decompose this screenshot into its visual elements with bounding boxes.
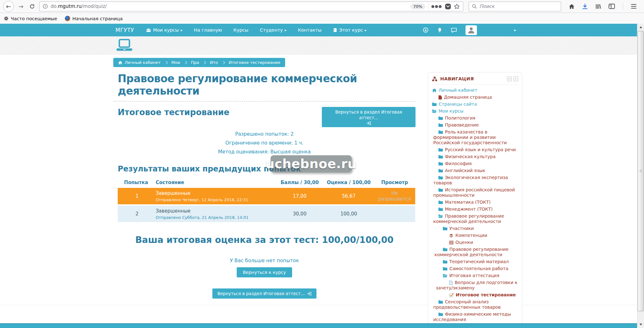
attempt-number-cell: 1 <box>118 188 154 204</box>
folder-icon <box>432 102 437 106</box>
sidebar-item-5[interactable]: Политология <box>432 114 518 121</box>
sidebar-item-17[interactable]: Участники <box>432 225 518 232</box>
avatar[interactable] <box>466 25 477 35</box>
nav-item-2[interactable]: На главную <box>194 28 222 33</box>
sidebar-item-label: Вопросы для подготовки к зачету/экзамену <box>436 280 517 290</box>
sidebar-item-24[interactable]: Вопросы для подготовки к зачету/экзамену <box>432 279 518 291</box>
search-placeholder: Поиск <box>479 3 495 9</box>
nav-item-3[interactable]: Курсы <box>234 28 249 33</box>
info-icon[interactable] <box>43 4 48 9</box>
bookmark-star-icon[interactable] <box>454 3 460 9</box>
sitemap-icon <box>432 77 437 81</box>
nav-item-6[interactable]: Этот курс▸ <box>333 28 367 33</box>
back-to-course-button[interactable]: Вернуться к курсу <box>237 267 292 277</box>
sidebar-item-label: Мои курсы <box>439 108 464 114</box>
sidebar-item-25[interactable]: Итоговое тестирование <box>432 291 518 298</box>
block-collapse-button[interactable]: − <box>507 77 512 81</box>
return-to-section-button-bottom[interactable]: Вернуться в раздел Итоговая аттест... <box>212 288 316 299</box>
bookmark-home-page[interactable]: Начальная страница <box>65 16 123 21</box>
sidebar-item-19[interactable]: Оценки <box>432 239 518 246</box>
breadcrumb-item-2[interactable]: Мои <box>172 60 180 65</box>
bookmark-frequent[interactable]: Часто посещаемые <box>4 16 57 21</box>
breadcrumb-item-4[interactable]: Ито <box>210 60 218 65</box>
sidebar-item-13[interactable]: История российской пищевой промышленност… <box>432 186 518 199</box>
zoom-level-badge[interactable]: 70% <box>410 3 425 9</box>
sidebar-item-4[interactable]: Мои курсы <box>432 108 518 114</box>
download-icon[interactable] <box>582 3 588 9</box>
home-icon[interactable] <box>569 3 575 9</box>
sidebar-toggle-icon[interactable] <box>609 3 615 9</box>
sidebar-item-22[interactable]: Самостоятельная работа <box>432 265 518 272</box>
nav-item-label: Контакты <box>298 28 322 33</box>
sidebar-item-label: Домашняя страница <box>444 95 492 100</box>
navigation-block: НАВИГАЦИЯ − ‹ Личный кабинетДомашняя стр… <box>428 72 522 328</box>
sidebar-item-9[interactable]: Физическая культура <box>432 153 518 160</box>
sidebar-item-18[interactable]: Компетенции <box>432 232 518 239</box>
folder-open-icon <box>432 109 437 113</box>
sidebar-item-10[interactable]: Философия <box>432 160 518 167</box>
triangle-down-icon <box>640 324 642 325</box>
messages-icon[interactable] <box>451 28 457 33</box>
menu-icon[interactable] <box>630 3 637 9</box>
triangle-up-icon <box>640 26 642 28</box>
library-icon[interactable] <box>595 3 601 9</box>
state-cell: ЗавершенныеОтправлено Суббота, 21 Апрель… <box>154 206 276 222</box>
block-dock-button[interactable]: ‹ <box>513 77 518 81</box>
sidebar-item-21[interactable]: Теоретический материал <box>432 258 518 265</box>
search-input[interactable]: Поиск <box>469 2 561 11</box>
breadcrumb-item-3[interactable]: Пра <box>191 60 199 65</box>
layers-icon <box>449 234 453 238</box>
sidebar-item-label: Физическая культура <box>445 154 496 159</box>
back-button[interactable]: ← <box>3 1 14 12</box>
forward-button[interactable]: → <box>16 3 25 10</box>
nav-item-1[interactable]: Мои курсы▸ <box>146 28 183 33</box>
page-actions-icon[interactable]: ●●● <box>431 4 442 9</box>
pocket-icon[interactable] <box>445 3 451 9</box>
bookmarks-bar: Часто посещаемые Начальная страница <box>0 13 644 24</box>
sidebar-item-label: Сенсорный анализ продовольственных товар… <box>433 299 501 310</box>
sidebar-item-label: Оценки <box>455 240 473 245</box>
breadcrumb-item-1[interactable]: Личный кабинет <box>118 60 161 65</box>
sidebar-item-16[interactable]: Правовое регулирование коммерческой деят… <box>432 213 518 225</box>
course-title: Правовое регулирование коммерческой деят… <box>118 72 416 97</box>
firefox-icon <box>65 16 70 21</box>
chevron-right-icon <box>203 61 206 64</box>
state-cell: ЗавершенныеОтправлено Четверг, 12 Апрель… <box>154 188 276 204</box>
nav-item-5[interactable]: Контакты <box>298 28 322 33</box>
site-logo-laptop-icon[interactable] <box>116 39 133 52</box>
return-to-section-label: Вернуться в раздел Итоговая аттест... <box>335 109 402 120</box>
folder-open-icon <box>443 274 447 278</box>
sidebar-item-7[interactable]: Роль казачества в формировании и развити… <box>432 128 518 146</box>
notifications-bell-icon[interactable] <box>437 27 442 33</box>
sidebar-item-15[interactable]: Менеджмент (ТОКТ) <box>432 206 518 213</box>
sidebar-item-23[interactable]: Итоговая аттестация <box>432 272 518 279</box>
sidebar-item-27[interactable]: Физико-химические методы исследования <box>432 311 518 323</box>
nav-item-4[interactable]: Студенту▸ <box>260 28 286 33</box>
sidebar-item-1[interactable]: Личный кабинет <box>432 87 518 94</box>
scrollbar-thumb[interactable] <box>638 31 644 311</box>
return-to-section-button[interactable]: Вернуться в раздел Итоговая аттест... <box>322 107 416 127</box>
recent-icon[interactable] <box>423 27 428 33</box>
scroll-down-button[interactable] <box>637 321 644 328</box>
url-bar[interactable]: do.mgutm.ru/mod/quiz/ 70% ●●● <box>39 2 463 11</box>
scroll-up-button[interactable] <box>637 24 644 31</box>
navbar-expand-caret[interactable]: ▸ <box>514 28 516 32</box>
page-scrollbar[interactable] <box>637 24 644 328</box>
sidebar-item-3[interactable]: Страницы сайта <box>432 101 518 108</box>
sidebar-item-8[interactable]: Русский язык и культура речи <box>432 146 518 153</box>
submitted-text: Отправлено Четверг, 12 Апрель 2018, 22:3… <box>156 197 275 202</box>
sidebar-item-2[interactable]: Домашняя страница <box>432 94 518 101</box>
sidebar-item-11[interactable]: Английский язык <box>432 167 518 174</box>
reload-button[interactable] <box>27 4 37 9</box>
grade-cell: 56,67 <box>323 188 374 204</box>
sidebar-item-14[interactable]: Математика (ТОКТ) <box>432 199 518 206</box>
breadcrumb-item-5[interactable]: Итоговое тестирование <box>229 60 280 65</box>
site-brand[interactable]: МГУТУ <box>116 27 134 33</box>
sidebar-item-6[interactable]: Правоведение <box>432 121 518 128</box>
sidebar-item-20[interactable]: Правовое регулирование коммерческой деят… <box>432 246 518 258</box>
folder-icon <box>438 162 443 166</box>
sidebar-item-label: Политология <box>445 115 475 121</box>
sidebar-item-12[interactable]: Экологическая экспертиза товаров <box>432 174 518 186</box>
sidebar-item-26[interactable]: Сенсорный анализ продовольственных товар… <box>432 298 518 311</box>
page-icon <box>449 281 453 285</box>
